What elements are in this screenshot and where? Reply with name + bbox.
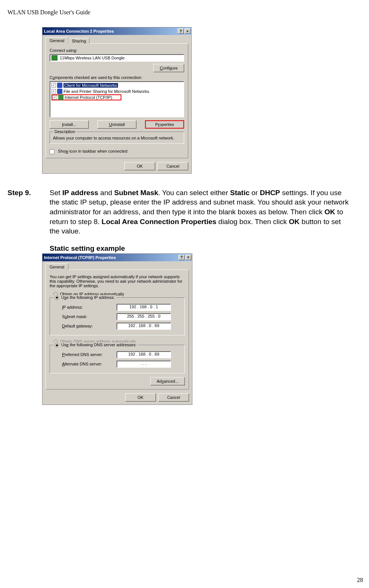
description-legend: Description [53,129,77,134]
screenshot-2: Internet Protocol (TCP/IP) Properties ? … [42,253,361,405]
tabs: General [45,264,189,270]
help-button[interactable]: ? [178,255,184,260]
static-heading: Static setting example [50,244,361,253]
tab-sharing[interactable]: Sharing [68,38,89,44]
client-icon [57,83,62,88]
page-number: 28 [357,577,363,583]
fileprint-icon [57,89,62,94]
pref-dns-input[interactable]: 192 . 168 . 0 . 69 [116,351,171,358]
description-fieldset: Description Allows your computer to acce… [50,132,184,144]
help-button[interactable]: ? [178,29,184,34]
intro-text: You can get IP settings assigned automat… [50,274,185,288]
screenshot-1: Local Area Connection 2 Properties ? × G… [42,27,361,174]
use-dns-radio[interactable]: Use the following DNS server addresses: [53,342,138,347]
tabs: General Sharing [45,37,188,44]
component-item-client[interactable]: ✓ Client for Microsoft Networks [51,82,182,88]
nic-icon [51,55,57,61]
cancel-button[interactable]: Cancel [158,393,189,402]
uninstall-button[interactable]: Uninstall [97,120,136,129]
component-label: File and Printer Sharing for Microsoft N… [64,89,149,94]
show-icon-checkbox[interactable] [50,149,54,154]
titlebar: Internet Protocol (TCP/IP) Properties ? … [42,254,192,261]
step-text: Set IP address and Subnet Mask. You can … [50,188,350,236]
gateway-label: Default gateway: [62,324,116,328]
gateway-input[interactable]: 192 . 168 . 0 . 69 [116,323,171,330]
device-name: 11Mbps Wireless LAN USB Dongle [60,56,124,60]
dialog-title: Internet Protocol (TCP/IP) Properties [44,255,178,260]
use-ip-radio[interactable]: Use the following IP address: [53,295,116,300]
description-text: Allows your computer to access resources… [53,136,181,140]
page-header: WLAN USB Dongle User's Guide [8,9,361,16]
components-label: Components checked are used by this conn… [50,75,184,80]
component-item-tcpip[interactable]: ✓ Internet Protocol (TCP/IP) [51,94,121,100]
properties-button[interactable]: Properties [145,120,184,129]
checkbox-icon[interactable]: ✓ [51,89,56,94]
ip-address-label: IP address: [62,305,116,309]
ok-button[interactable]: OK [124,162,155,170]
components-list[interactable]: ✓ Client for Microsoft Networks ✓ File a… [50,81,184,117]
connect-using-label: Connect using: [50,48,184,53]
close-button[interactable]: × [185,255,191,260]
show-icon-label: Show icon in taskbar when connected [58,149,127,153]
step-9-block: Step 9. Set IP address and Subnet Mask. … [8,188,350,236]
alt-dns-input[interactable]: . . . [116,361,171,368]
local-area-connection-dialog: Local Area Connection 2 Properties ? × G… [42,27,192,174]
ok-button[interactable]: OK [125,393,156,402]
device-field[interactable]: 11Mbps Wireless LAN USB Dongle [50,54,184,62]
pref-dns-label: Preferred DNS server: [62,352,116,357]
tab-general[interactable]: General [45,264,68,270]
checkbox-icon[interactable]: ✓ [53,95,57,100]
install-button[interactable]: Install... [50,120,89,129]
titlebar: Local Area Connection 2 Properties ? × [42,27,191,35]
cancel-button[interactable]: Cancel [157,162,188,170]
checkbox-icon[interactable]: ✓ [51,83,56,88]
dialog-title: Local Area Connection 2 Properties [44,29,177,33]
tcpip-properties-dialog: Internet Protocol (TCP/IP) Properties ? … [42,253,192,405]
step-label: Step 9. [8,188,50,236]
ip-address-input[interactable]: 192 . 168 . 0 . 1 [116,304,171,311]
configure-button[interactable]: Configure [153,64,184,72]
advanced-button[interactable]: Advanced... [150,377,185,385]
alt-dns-label: Alternate DNS server: [62,362,116,366]
component-label: Internet Protocol (TCP/IP) [65,95,112,100]
subnet-label: Subnet mask: [62,314,116,319]
close-button[interactable]: × [184,29,191,34]
component-item-fileprint[interactable]: ✓ File and Printer Sharing for Microsoft… [51,88,182,94]
protocol-icon [58,95,64,100]
subnet-input[interactable]: 255 . 255 . 255 . 0 [116,313,171,320]
component-label: Client for Microsoft Networks [64,83,118,88]
tab-general[interactable]: General [45,37,68,44]
